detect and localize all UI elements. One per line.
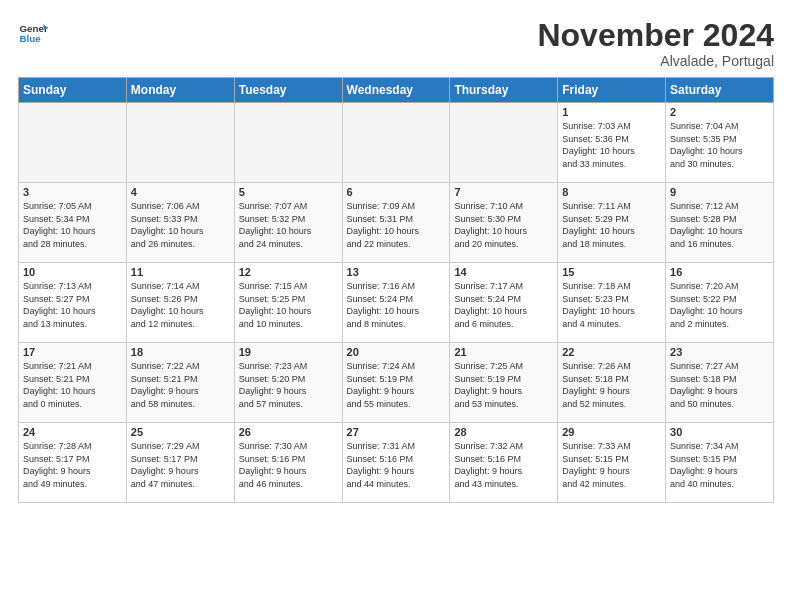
day-number: 17 [23, 346, 122, 358]
weekday-header: Thursday [450, 78, 558, 103]
calendar-cell: 25Sunrise: 7:29 AM Sunset: 5:17 PM Dayli… [126, 423, 234, 503]
day-info: Sunrise: 7:30 AM Sunset: 5:16 PM Dayligh… [239, 440, 338, 490]
calendar-cell: 23Sunrise: 7:27 AM Sunset: 5:18 PM Dayli… [666, 343, 774, 423]
day-info: Sunrise: 7:23 AM Sunset: 5:20 PM Dayligh… [239, 360, 338, 410]
day-number: 24 [23, 426, 122, 438]
day-info: Sunrise: 7:29 AM Sunset: 5:17 PM Dayligh… [131, 440, 230, 490]
calendar-week-row: 10Sunrise: 7:13 AM Sunset: 5:27 PM Dayli… [19, 263, 774, 343]
calendar-cell: 5Sunrise: 7:07 AM Sunset: 5:32 PM Daylig… [234, 183, 342, 263]
calendar-cell: 20Sunrise: 7:24 AM Sunset: 5:19 PM Dayli… [342, 343, 450, 423]
calendar-cell: 26Sunrise: 7:30 AM Sunset: 5:16 PM Dayli… [234, 423, 342, 503]
day-info: Sunrise: 7:25 AM Sunset: 5:19 PM Dayligh… [454, 360, 553, 410]
calendar-cell: 21Sunrise: 7:25 AM Sunset: 5:19 PM Dayli… [450, 343, 558, 423]
calendar-week-row: 24Sunrise: 7:28 AM Sunset: 5:17 PM Dayli… [19, 423, 774, 503]
location: Alvalade, Portugal [537, 53, 774, 69]
day-info: Sunrise: 7:10 AM Sunset: 5:30 PM Dayligh… [454, 200, 553, 250]
day-number: 6 [347, 186, 446, 198]
day-number: 19 [239, 346, 338, 358]
header: General Blue November 2024 Alvalade, Por… [18, 18, 774, 69]
day-info: Sunrise: 7:05 AM Sunset: 5:34 PM Dayligh… [23, 200, 122, 250]
calendar-cell: 22Sunrise: 7:26 AM Sunset: 5:18 PM Dayli… [558, 343, 666, 423]
calendar-cell: 3Sunrise: 7:05 AM Sunset: 5:34 PM Daylig… [19, 183, 127, 263]
calendar-cell: 6Sunrise: 7:09 AM Sunset: 5:31 PM Daylig… [342, 183, 450, 263]
logo: General Blue [18, 18, 52, 48]
day-number: 3 [23, 186, 122, 198]
month-title: November 2024 [537, 18, 774, 53]
calendar-cell: 28Sunrise: 7:32 AM Sunset: 5:16 PM Dayli… [450, 423, 558, 503]
calendar-cell: 19Sunrise: 7:23 AM Sunset: 5:20 PM Dayli… [234, 343, 342, 423]
day-number: 12 [239, 266, 338, 278]
day-number: 27 [347, 426, 446, 438]
day-info: Sunrise: 7:22 AM Sunset: 5:21 PM Dayligh… [131, 360, 230, 410]
calendar-cell: 1Sunrise: 7:03 AM Sunset: 5:36 PM Daylig… [558, 103, 666, 183]
day-number: 15 [562, 266, 661, 278]
day-info: Sunrise: 7:21 AM Sunset: 5:21 PM Dayligh… [23, 360, 122, 410]
calendar-cell [450, 103, 558, 183]
day-info: Sunrise: 7:27 AM Sunset: 5:18 PM Dayligh… [670, 360, 769, 410]
day-info: Sunrise: 7:09 AM Sunset: 5:31 PM Dayligh… [347, 200, 446, 250]
calendar-cell: 29Sunrise: 7:33 AM Sunset: 5:15 PM Dayli… [558, 423, 666, 503]
page: General Blue November 2024 Alvalade, Por… [0, 0, 792, 513]
logo-icon: General Blue [18, 18, 48, 48]
calendar-cell: 9Sunrise: 7:12 AM Sunset: 5:28 PM Daylig… [666, 183, 774, 263]
day-info: Sunrise: 7:31 AM Sunset: 5:16 PM Dayligh… [347, 440, 446, 490]
day-number: 13 [347, 266, 446, 278]
weekday-header: Sunday [19, 78, 127, 103]
calendar-cell: 12Sunrise: 7:15 AM Sunset: 5:25 PM Dayli… [234, 263, 342, 343]
day-number: 2 [670, 106, 769, 118]
calendar-cell: 4Sunrise: 7:06 AM Sunset: 5:33 PM Daylig… [126, 183, 234, 263]
day-number: 11 [131, 266, 230, 278]
calendar-cell: 24Sunrise: 7:28 AM Sunset: 5:17 PM Dayli… [19, 423, 127, 503]
day-info: Sunrise: 7:03 AM Sunset: 5:36 PM Dayligh… [562, 120, 661, 170]
day-info: Sunrise: 7:32 AM Sunset: 5:16 PM Dayligh… [454, 440, 553, 490]
day-number: 9 [670, 186, 769, 198]
svg-text:Blue: Blue [20, 33, 42, 44]
day-info: Sunrise: 7:06 AM Sunset: 5:33 PM Dayligh… [131, 200, 230, 250]
weekday-header-row: SundayMondayTuesdayWednesdayThursdayFrid… [19, 78, 774, 103]
calendar-week-row: 17Sunrise: 7:21 AM Sunset: 5:21 PM Dayli… [19, 343, 774, 423]
day-number: 7 [454, 186, 553, 198]
day-info: Sunrise: 7:34 AM Sunset: 5:15 PM Dayligh… [670, 440, 769, 490]
weekday-header: Friday [558, 78, 666, 103]
weekday-header: Monday [126, 78, 234, 103]
day-number: 29 [562, 426, 661, 438]
weekday-header: Tuesday [234, 78, 342, 103]
calendar-cell [19, 103, 127, 183]
day-number: 28 [454, 426, 553, 438]
day-number: 5 [239, 186, 338, 198]
day-info: Sunrise: 7:07 AM Sunset: 5:32 PM Dayligh… [239, 200, 338, 250]
day-info: Sunrise: 7:18 AM Sunset: 5:23 PM Dayligh… [562, 280, 661, 330]
calendar-cell: 11Sunrise: 7:14 AM Sunset: 5:26 PM Dayli… [126, 263, 234, 343]
day-info: Sunrise: 7:24 AM Sunset: 5:19 PM Dayligh… [347, 360, 446, 410]
title-block: November 2024 Alvalade, Portugal [537, 18, 774, 69]
weekday-header: Saturday [666, 78, 774, 103]
day-number: 4 [131, 186, 230, 198]
calendar-cell: 18Sunrise: 7:22 AM Sunset: 5:21 PM Dayli… [126, 343, 234, 423]
calendar-cell: 10Sunrise: 7:13 AM Sunset: 5:27 PM Dayli… [19, 263, 127, 343]
calendar-cell: 2Sunrise: 7:04 AM Sunset: 5:35 PM Daylig… [666, 103, 774, 183]
calendar-cell [342, 103, 450, 183]
calendar-table: SundayMondayTuesdayWednesdayThursdayFrid… [18, 77, 774, 503]
day-info: Sunrise: 7:13 AM Sunset: 5:27 PM Dayligh… [23, 280, 122, 330]
calendar-cell: 8Sunrise: 7:11 AM Sunset: 5:29 PM Daylig… [558, 183, 666, 263]
day-info: Sunrise: 7:26 AM Sunset: 5:18 PM Dayligh… [562, 360, 661, 410]
day-number: 8 [562, 186, 661, 198]
day-number: 10 [23, 266, 122, 278]
day-number: 26 [239, 426, 338, 438]
calendar-cell: 14Sunrise: 7:17 AM Sunset: 5:24 PM Dayli… [450, 263, 558, 343]
day-info: Sunrise: 7:15 AM Sunset: 5:25 PM Dayligh… [239, 280, 338, 330]
day-info: Sunrise: 7:14 AM Sunset: 5:26 PM Dayligh… [131, 280, 230, 330]
calendar-week-row: 3Sunrise: 7:05 AM Sunset: 5:34 PM Daylig… [19, 183, 774, 263]
day-info: Sunrise: 7:04 AM Sunset: 5:35 PM Dayligh… [670, 120, 769, 170]
calendar-cell: 15Sunrise: 7:18 AM Sunset: 5:23 PM Dayli… [558, 263, 666, 343]
calendar-cell: 7Sunrise: 7:10 AM Sunset: 5:30 PM Daylig… [450, 183, 558, 263]
calendar-cell [126, 103, 234, 183]
day-info: Sunrise: 7:28 AM Sunset: 5:17 PM Dayligh… [23, 440, 122, 490]
calendar-cell: 13Sunrise: 7:16 AM Sunset: 5:24 PM Dayli… [342, 263, 450, 343]
calendar-cell: 27Sunrise: 7:31 AM Sunset: 5:16 PM Dayli… [342, 423, 450, 503]
day-info: Sunrise: 7:20 AM Sunset: 5:22 PM Dayligh… [670, 280, 769, 330]
day-info: Sunrise: 7:16 AM Sunset: 5:24 PM Dayligh… [347, 280, 446, 330]
day-info: Sunrise: 7:17 AM Sunset: 5:24 PM Dayligh… [454, 280, 553, 330]
day-info: Sunrise: 7:11 AM Sunset: 5:29 PM Dayligh… [562, 200, 661, 250]
day-info: Sunrise: 7:12 AM Sunset: 5:28 PM Dayligh… [670, 200, 769, 250]
